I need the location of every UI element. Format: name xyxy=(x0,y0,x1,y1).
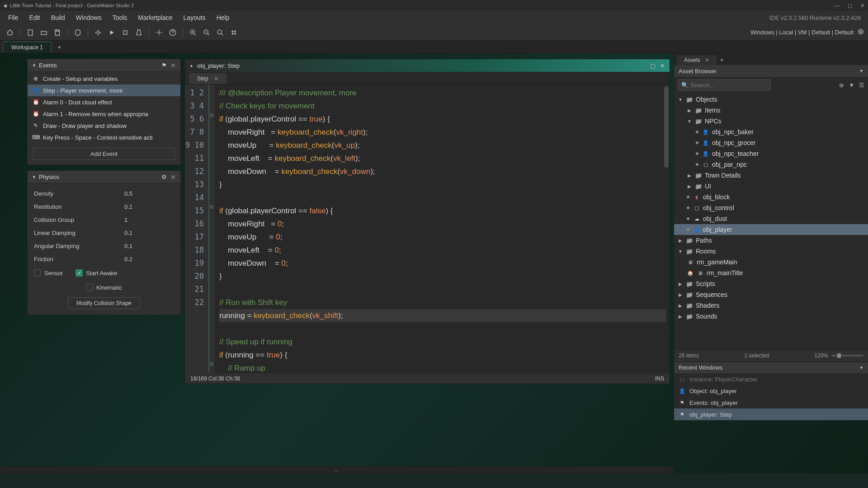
restitution-value[interactable]: 0.1 xyxy=(124,203,174,210)
menu-icon[interactable]: ☰ xyxy=(859,82,864,89)
chevron-down-icon[interactable]: ▲ xyxy=(189,63,193,68)
linear-damping-value[interactable]: 0.1 xyxy=(124,230,174,236)
tree-npc-grocer[interactable]: 👤obj_npc_grocer xyxy=(674,137,868,148)
close-icon[interactable]: ✕ xyxy=(660,62,665,69)
package-icon[interactable] xyxy=(71,26,84,39)
menu-edit[interactable]: Edit xyxy=(25,12,45,23)
tree-obj-player[interactable]: 👤obj_player xyxy=(674,224,868,235)
play-icon[interactable] xyxy=(105,26,118,39)
chevron-down-icon[interactable]: ▼ xyxy=(32,175,36,179)
target-config[interactable]: Windows | Local | VM | Default | Default xyxy=(750,29,854,36)
event-draw[interactable]: ✎Draw - Draw player and shadow xyxy=(28,120,180,131)
menu-layouts[interactable]: Layouts xyxy=(179,12,210,23)
tree-paths[interactable]: ▶Paths xyxy=(674,235,868,246)
menu-help[interactable]: Help xyxy=(212,12,234,23)
help-icon[interactable] xyxy=(166,26,179,39)
tree-npc-teacher[interactable]: 👤obj_npc_teacher xyxy=(674,148,868,159)
recent-item[interactable]: ⚑Events: obj_player xyxy=(674,397,868,408)
recent-item[interactable]: 👤Object: obj_player xyxy=(674,385,868,397)
home-icon[interactable] xyxy=(4,26,16,39)
clean-icon[interactable] xyxy=(132,26,145,39)
maximize-icon[interactable]: ▢ xyxy=(848,3,852,9)
assets-tab[interactable]: Assets✕ xyxy=(677,55,717,65)
event-alarm0[interactable]: ⏰Alarm 0 - Dust cloud effect xyxy=(28,96,180,108)
angular-damping-value[interactable]: 0.1 xyxy=(124,243,174,249)
tree-town-details[interactable]: ▶Town Details xyxy=(674,170,868,181)
code-tab-step[interactable]: Step✕ xyxy=(189,73,227,84)
minimize-icon[interactable]: — xyxy=(835,3,840,9)
tab-close-icon[interactable]: ✕ xyxy=(214,75,218,82)
friction-value[interactable]: 0.2 xyxy=(124,256,174,263)
new-icon[interactable] xyxy=(24,26,37,39)
tree-scripts[interactable]: ▶Scripts xyxy=(674,278,868,289)
modify-collision-button[interactable]: Modify Collision Shape xyxy=(68,297,140,309)
selected-count: 1 selected xyxy=(744,352,769,359)
tree-sequences[interactable]: ▶Sequences xyxy=(674,289,868,300)
debug-icon[interactable] xyxy=(92,26,104,39)
search-input[interactable] xyxy=(678,79,771,91)
tab-close-icon[interactable]: ✕ xyxy=(705,57,709,63)
menu-file[interactable]: File xyxy=(4,12,23,23)
start-awake-checkbox[interactable]: Start Awake xyxy=(75,269,117,277)
event-step[interactable]: 👣Step - Player movement, more xyxy=(28,84,180,96)
settings-icon[interactable] xyxy=(153,26,165,39)
tree-npcs[interactable]: ▼NPCs xyxy=(674,116,868,127)
tree-ui[interactable]: ▶UI xyxy=(674,181,868,192)
tree-par-npc[interactable]: ▢obj_par_npc xyxy=(674,159,868,170)
density-value[interactable]: 0.5 xyxy=(124,190,174,197)
asset-tree[interactable]: ▼Objects ▶Items ▼NPCs 👤obj_npc_baker 👤ob… xyxy=(674,93,868,349)
zoom-out-icon[interactable] xyxy=(200,26,213,39)
tree-items[interactable]: ▶Items xyxy=(674,105,868,116)
zoom-slider[interactable] xyxy=(832,355,863,357)
fold-gutter[interactable]: ⊟ ⊟ ⊟ xyxy=(209,84,216,373)
gear-icon[interactable]: ⚙ xyxy=(161,174,167,180)
add-tab[interactable]: + xyxy=(717,55,727,65)
kinematic-checkbox[interactable]: Kinematic xyxy=(86,284,122,291)
tree-shaders[interactable]: ▶Shaders xyxy=(674,300,868,311)
recent-item[interactable]: ⚑obj_player: Step xyxy=(674,408,868,420)
zoom-reset-icon[interactable] xyxy=(214,26,226,39)
code-text[interactable]: /// @description Player movement, more//… xyxy=(216,84,670,373)
collapse-icon[interactable] xyxy=(227,26,240,39)
panel-close-icon[interactable]: ✕ xyxy=(170,62,176,69)
target-icon[interactable] xyxy=(857,28,864,37)
close-icon[interactable]: ✕ xyxy=(860,3,864,9)
chevron-down-icon[interactable]: ▼ xyxy=(859,69,863,73)
stop-icon[interactable] xyxy=(119,26,132,39)
tree-rm-gamemain[interactable]: ⊞rm_gameMain xyxy=(674,257,868,267)
tree-objects[interactable]: ▼Objects xyxy=(674,94,868,105)
panel-close-icon[interactable]: ✕ xyxy=(170,174,176,181)
restore-icon[interactable]: ▢ xyxy=(650,62,656,69)
event-create[interactable]: ⊕Create - Setup and variables xyxy=(28,73,180,84)
tree-npc-baker[interactable]: 👤obj_npc_baker xyxy=(674,127,868,137)
event-keypress[interactable]: ⌨Key Press - Space - Context-sensitive a… xyxy=(28,131,180,143)
tree-rm-maintitle[interactable]: 🏠⊞rm_mainTitle xyxy=(674,267,868,278)
tree-obj-control[interactable]: ▢obj_control xyxy=(674,202,868,213)
chevron-down-icon[interactable]: ▼ xyxy=(859,366,863,370)
scrollbar[interactable] xyxy=(664,86,669,168)
menu-build[interactable]: Build xyxy=(47,12,70,23)
add-event-button[interactable]: Add Event xyxy=(33,148,175,160)
save-icon[interactable] xyxy=(51,26,64,39)
workspace-add-tab[interactable]: + xyxy=(53,42,66,53)
menu-marketplace[interactable]: Marketplace xyxy=(133,12,177,23)
flag-icon[interactable]: ⚑ xyxy=(161,62,167,69)
collision-group-value[interactable]: 1 xyxy=(124,216,174,223)
menu-windows[interactable]: Windows xyxy=(71,12,106,23)
open-icon[interactable] xyxy=(38,26,50,39)
workspace-tab-1[interactable]: Workspace 1 xyxy=(3,42,52,53)
sensor-checkbox[interactable]: Sensor xyxy=(34,269,63,277)
filter-icon[interactable]: ▼ xyxy=(849,82,854,89)
recent-item[interactable]: ▢Instance: PlayerCharacter xyxy=(674,373,868,385)
tree-rooms[interactable]: ▼Rooms xyxy=(674,246,868,257)
tree-obj-dust[interactable]: ☁obj_dust xyxy=(674,213,868,224)
event-alarm1[interactable]: ⏰Alarm 1 - Remove items when appropria xyxy=(28,108,180,120)
object-icon: 👤 xyxy=(702,128,709,136)
bottom-drag-handle[interactable]: ︽ xyxy=(0,466,674,474)
add-asset-icon[interactable]: ⊕ xyxy=(839,82,844,89)
zoom-in-icon[interactable] xyxy=(187,26,199,39)
chevron-down-icon[interactable]: ▼ xyxy=(32,63,36,68)
tree-obj-block[interactable]: ▮obj_block xyxy=(674,192,868,202)
tree-sounds[interactable]: ▶Sounds xyxy=(674,311,868,322)
menu-tools[interactable]: Tools xyxy=(108,12,132,23)
